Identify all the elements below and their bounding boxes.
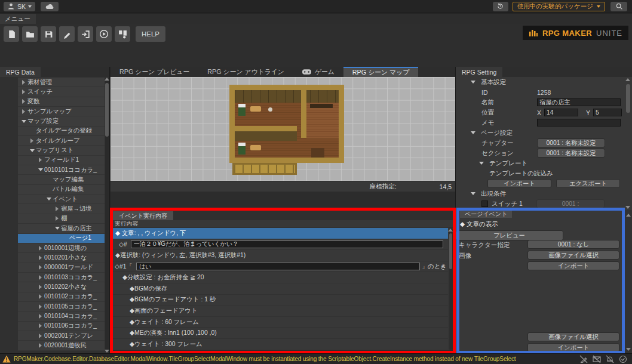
image-file-select-button-2[interactable]: 画像ファイル選択 <box>527 332 619 341</box>
foldout-arrow-icon[interactable] <box>20 120 27 123</box>
event-command-row[interactable]: ◆選択肢: (ウィンドウ, 左, 選択肢#3, 選択肢#1) <box>113 250 448 261</box>
tree-item[interactable]: イベント <box>18 195 105 204</box>
search-button[interactable] <box>610 2 627 11</box>
scroll-up-arrow-icon[interactable] <box>448 229 453 232</box>
foldout-arrow-icon[interactable] <box>20 80 27 85</box>
command-panel-scrollbar[interactable] <box>625 210 632 353</box>
tree-item[interactable]: マップ設定 <box>18 116 105 126</box>
cloud-sync-button[interactable] <box>41 2 59 11</box>
tab-rpg-setting[interactable]: RPG Setting <box>456 67 502 77</box>
edit-button[interactable] <box>59 26 75 42</box>
scrollbar-thumb[interactable] <box>105 83 109 137</box>
bell-muted-icon[interactable] <box>606 355 614 363</box>
event-command-row[interactable]: ◆ 文章: , , ウィンドウ, 下 <box>113 228 448 239</box>
event-list-scrollbar[interactable] <box>449 229 453 350</box>
event-command-row[interactable]: ◆ウェイト : 300 フレーム <box>113 339 448 350</box>
foldout-arrow-icon[interactable] <box>36 323 44 328</box>
scroll-down-arrow-icon[interactable] <box>625 206 630 209</box>
foldout-arrow-icon[interactable] <box>53 206 61 211</box>
foldout-arrow-icon[interactable] <box>36 168 44 171</box>
tree-item[interactable]: 0000001ワールド <box>18 263 105 273</box>
foldout-arrow-icon[interactable] <box>28 138 36 143</box>
memo-field[interactable] <box>537 119 621 127</box>
play-button[interactable] <box>96 26 112 42</box>
foldout-arrow-icon[interactable] <box>53 227 61 230</box>
help-button[interactable]: HELP <box>136 26 165 42</box>
event-command-row[interactable]: ◇# <box>113 239 448 251</box>
foldout-arrow-icon[interactable] <box>28 149 36 152</box>
tab-event-execution[interactable]: イベント実行内容 <box>113 211 173 220</box>
event-text-input[interactable] <box>131 240 443 248</box>
image-import-button-2[interactable]: インポート <box>527 343 619 352</box>
event-command-row[interactable]: ◆MEの演奏 : Inn1 (100 ,100 ,0) <box>113 328 448 339</box>
foldout-appearance-conditions[interactable]: 出現条件 <box>456 189 632 199</box>
tree-item[interactable]: 0010102ココカラ_ <box>18 292 105 302</box>
tree-item[interactable]: マップ編集 <box>18 175 105 184</box>
foldout-arrow-icon[interactable] <box>45 198 53 200</box>
tree-item[interactable]: 0010201小さな <box>18 253 105 263</box>
template-import-button[interactable]: インポート <box>487 179 551 188</box>
experimental-packages-button[interactable]: 使用中の実験的パッケージ <box>513 2 605 11</box>
tree-item[interactable]: ページ1 <box>18 234 105 243</box>
scroll-up-arrow-icon[interactable] <box>626 214 631 217</box>
foldout-arrow-icon[interactable] <box>36 285 44 289</box>
tree-item[interactable]: バトル編集 <box>18 185 105 195</box>
tab-menu[interactable]: メニュー <box>0 14 36 24</box>
foldout-arrow-icon[interactable] <box>477 162 485 165</box>
foldout-arrow-icon[interactable] <box>36 304 44 309</box>
foldout-arrow-icon[interactable] <box>20 99 27 104</box>
new-project-button[interactable] <box>4 26 19 42</box>
foldout-arrow-icon[interactable] <box>469 81 477 84</box>
character-select-button[interactable]: 0001 : なし <box>527 240 619 249</box>
save-button[interactable] <box>41 26 56 42</box>
foldout-arrow-icon[interactable] <box>469 131 477 134</box>
tab-rpg-scene-outline[interactable]: RPG シーン アウトライン <box>198 67 293 77</box>
tab-rpg-data[interactable]: RPG Data <box>0 67 41 77</box>
tree-scrollbar[interactable] <box>105 78 109 352</box>
foldout-arrow-icon[interactable] <box>36 255 44 260</box>
tab-page-event[interactable]: ページイベント <box>460 210 512 218</box>
tree-item[interactable]: スイッチ <box>18 87 105 97</box>
tree-item[interactable]: タイルグループ <box>18 136 105 146</box>
foldout-arrow-icon[interactable] <box>36 314 44 319</box>
paintbrush-muted-icon[interactable] <box>579 355 588 363</box>
settings-scrollbar[interactable] <box>625 78 631 209</box>
history-button[interactable] <box>493 2 508 11</box>
tree-item[interactable]: 0020001遊牧民 <box>18 341 105 350</box>
section-select-button[interactable]: 0001 : 名称未設定 <box>537 149 605 158</box>
tree-item[interactable]: 0010001辺境の <box>18 243 105 253</box>
scroll-up-arrow-icon[interactable] <box>105 78 109 81</box>
switch1-checkbox[interactable] <box>481 200 488 207</box>
tab-game[interactable]: ゲーム <box>293 67 343 77</box>
foldout-template[interactable]: テンプレート <box>456 158 632 168</box>
scene-layout-button[interactable] <box>115 26 130 42</box>
status-progress-icon[interactable] <box>619 355 627 363</box>
event-command-row[interactable]: ◆分岐設定 : お金所持金 ≧ 20 <box>113 272 448 283</box>
foldout-arrow-icon[interactable] <box>469 192 477 195</box>
scroll-down-arrow-icon[interactable] <box>626 348 631 351</box>
scroll-down-arrow-icon[interactable] <box>105 350 109 353</box>
tree-item[interactable]: 0002001テンプレ <box>18 331 105 341</box>
tree-item[interactable]: 宿屋→辺境 <box>18 204 105 214</box>
foldout-arrow-icon[interactable] <box>53 216 61 221</box>
tree-item[interactable]: 0010103ココカラ_ <box>18 273 105 282</box>
foldout-arrow-icon[interactable] <box>36 343 44 348</box>
tree-item[interactable]: 素材管理 <box>18 78 105 87</box>
y-field[interactable] <box>593 109 622 116</box>
foldout-arrow-icon[interactable] <box>20 109 27 114</box>
foldout-arrow-icon[interactable] <box>36 275 44 280</box>
tree-item[interactable]: 棚 <box>18 214 105 224</box>
event-command-row[interactable]: ◆BGMのフェードアウト : 1 秒 <box>113 295 448 306</box>
preview-button[interactable]: プレビュー <box>455 230 563 240</box>
foldout-arrow-icon[interactable] <box>20 90 27 94</box>
tree-item[interactable]: フィールド1 <box>18 156 105 165</box>
tree-item[interactable]: 0010101ココカラ_ <box>18 165 105 175</box>
event-text-input[interactable] <box>136 263 420 270</box>
foldout-arrow-icon[interactable] <box>36 246 44 251</box>
foldout-basic-settings[interactable]: 基本設定 <box>456 77 632 87</box>
chapter-select-button[interactable]: 0001 : 名称未設定 <box>537 138 605 147</box>
switch1-select-button[interactable]: 0001 : <box>536 199 605 208</box>
tree-item[interactable]: 0010106ココカラ_ <box>18 322 105 331</box>
event-command-row[interactable]: ◆BGMの保存 <box>113 283 448 295</box>
tree-item[interactable]: タイルデータの登録 <box>18 127 105 136</box>
